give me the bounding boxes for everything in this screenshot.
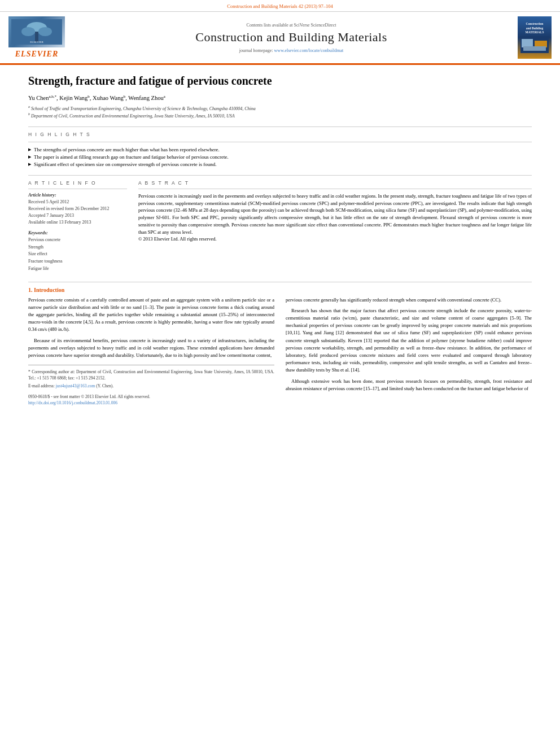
affiliation-a: a School of Traffic and Transportation E… [28,104,532,112]
affiliations: a School of Traffic and Transportation E… [28,104,532,120]
intro-right-para-2: Research has shown that the major factor… [286,307,532,374]
sciverse-line: Contents lists available at SciVerse Sci… [72,23,510,28]
article-history: Article history: Received 5 April 2012 R… [28,193,127,226]
journal-cover-thumbnail: ELSEVIER [8,16,65,47]
author-1: Yu Chena,b,*, [28,95,59,101]
paper-title: Strength, fracture and fatigue of pervio… [28,73,532,88]
received-date: Received 5 April 2012 [28,199,127,206]
copyright-line1: 0950-0618/$ - see front matter © 2013 El… [28,394,274,400]
homepage-line: journal homepage: www.elsevier.com/locat… [72,48,510,53]
keywords-title: Keywords: [28,230,127,235]
abstract-label: A B S T R A C T [138,180,532,186]
author-2: Kejin Wangb, [59,95,93,101]
highlight-item-2: The paper is aimed at filling research g… [28,154,532,160]
journal-header: ELSEVIER ELSEVIER Contents lists availab… [0,12,560,65]
divider-before-intro [28,282,532,282]
highlight-item-1: The strengths of pervious concrete are m… [28,147,532,152]
cover-image-block: Constructionand BuildingMATERIALS [515,16,554,59]
accepted-date: Accepted 7 January 2013 [28,212,127,219]
article-info-divider [28,189,127,189]
online-date: Available online 13 February 2013 [28,219,127,226]
corresponding-footnote: * Corresponding author at: Department of… [28,369,274,382]
sciverse-text: Contents lists available at SciVerse Sci… [247,23,336,28]
journal-reference-line: Construction and Building Materials 42 (… [0,0,560,12]
abstract-text: Pervious concrete is increasingly used i… [138,193,532,236]
svg-point-2 [21,27,35,36]
keyword-1: Pervious concrete [28,237,127,244]
elsevier-logo-block: ELSEVIER ELSEVIER [6,16,68,59]
email-link[interactable]: just4ujust43@163.com [56,383,95,388]
journal-header-center: Contents lists available at SciVerse Sci… [72,16,510,59]
history-title: Article history: [28,193,127,198]
article-info-abstract-section: A R T I C L E I N F O Article history: R… [28,180,532,273]
cover-text: Constructionand BuildingMATERIALS [526,22,544,35]
author-3: Xuhao Wangb, [93,95,128,101]
intro-left-col: Pervious concrete consists of a carefull… [28,296,274,407]
introduction-section: 1. Introduction Pervious concrete consis… [28,287,532,407]
article-info-label: A R T I C L E I N F O [28,180,127,186]
intro-body-columns: Pervious concrete consists of a carefull… [28,296,532,407]
divider-after-highlights [28,175,532,176]
intro-para-1: Pervious concrete consists of a carefull… [28,296,274,334]
intro-right-para-3: Although extensive work has been done, m… [286,378,532,392]
cover-box: Constructionand BuildingMATERIALS [518,16,552,59]
bottom-copyright: 0950-0618/$ - see front matter © 2013 El… [28,394,274,407]
highlights-label: H I G H L I G H T S [28,132,532,137]
intro-right-para-1: pervious concrete generally has signific… [286,296,532,304]
email-footnote: E-mail address: just4ujust43@163.com (Y.… [28,383,274,389]
email-suffix: (Y. Chen). [96,383,113,388]
abstract-divider [138,189,532,189]
homepage-label: journal homepage: [239,48,274,53]
journal-title: Construction and Building Materials [72,30,510,45]
intro-heading: 1. Introduction [28,287,532,293]
author-4: Wenfang Zhoua [128,95,165,101]
highlight-item-3: Significant effect of specimen size on c… [28,161,532,167]
revised-date: Received in revised form 26 December 201… [28,206,127,212]
article-info-col: A R T I C L E I N F O Article history: R… [28,180,127,273]
highlights-divider [28,142,532,142]
keyword-2: Strength [28,244,127,251]
svg-point-3 [38,27,52,36]
email-label: E-mail address: [28,383,56,388]
svg-text:ELSEVIER: ELSEVIER [30,41,43,43]
keywords-section: Keywords: Pervious concrete Strength Siz… [28,230,127,273]
affiliation-b: b Department of Civil, Construction and … [28,112,532,120]
svg-rect-9 [523,46,546,51]
copyright-line2: http://dx.doi.org/10.1016/j.conbuildmat.… [28,400,274,406]
main-content: Strength, fracture and fatigue of pervio… [0,65,560,424]
intro-para-2: Because of its environmental benefits, p… [28,337,274,360]
footnotes: * Corresponding author at: Department of… [28,365,274,389]
abstract-copyright: © 2013 Elsevier Ltd. All rights reserved… [138,235,532,243]
divider-after-affiliations [28,126,532,127]
highlights-section: H I G H L I G H T S The strengths of per… [28,132,532,167]
doi-link[interactable]: http://dx.doi.org/10.1016/j.conbuildmat.… [28,400,117,405]
keyword-4: Fracture toughness [28,258,127,265]
highlights-list: The strengths of pervious concrete are m… [28,147,532,167]
authors-line: Yu Chena,b,*, Kejin Wangb, Xuhao Wangb, … [28,94,532,101]
elsevier-brand-text: ELSEVIER [15,50,58,59]
keyword-3: Size effect [28,251,127,258]
homepage-link[interactable]: www.elsevier.com/locate/conbuildmat [274,48,344,53]
abstract-col: A B S T R A C T Pervious concrete is inc… [138,180,532,273]
svg-rect-7 [522,39,533,47]
keyword-5: Fatigue life [28,265,127,273]
intro-right-col: pervious concrete generally has signific… [286,296,532,407]
